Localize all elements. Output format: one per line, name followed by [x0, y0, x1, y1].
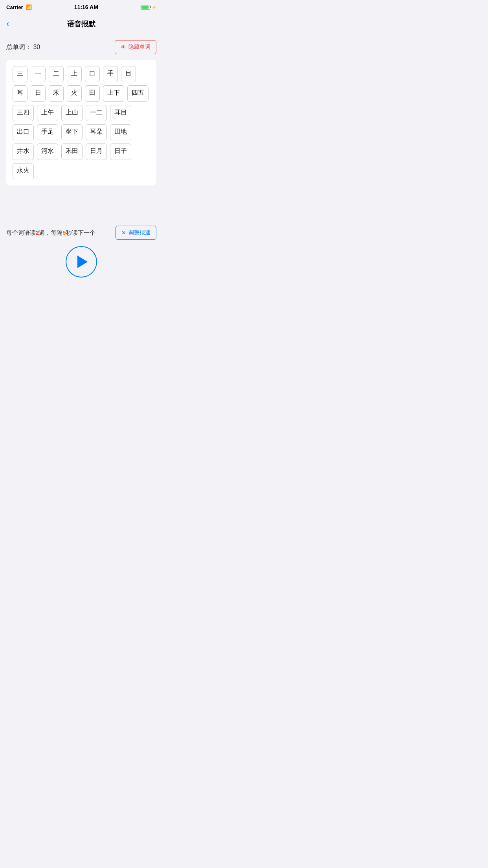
total-words-count: 30: [33, 44, 40, 50]
nav-bar: ‹ 语音报默: [0, 14, 163, 34]
eye-icon: 👁: [121, 44, 126, 50]
word-chip[interactable]: 三: [13, 66, 28, 82]
word-chip[interactable]: 坐下: [61, 124, 83, 140]
reading-suffix: 秒读下一个: [66, 229, 95, 236]
battery-fill: [141, 6, 149, 9]
word-chip[interactable]: 耳目: [110, 105, 131, 121]
word-chip[interactable]: 一: [31, 66, 46, 82]
status-carrier: Carrier 📶: [6, 4, 32, 10]
battery-icon: [141, 5, 150, 9]
word-chip[interactable]: 日子: [110, 143, 131, 160]
status-time: 11:16 AM: [74, 4, 98, 10]
status-bar: Carrier 📶 11:16 AM ⚡: [0, 0, 163, 14]
reading-prefix: 每个词语读: [6, 229, 36, 236]
word-chip[interactable]: 河水: [37, 143, 58, 160]
carrier-text: Carrier: [6, 4, 23, 10]
word-chip[interactable]: 目: [121, 66, 136, 82]
word-chip[interactable]: 二: [49, 66, 64, 82]
word-chip[interactable]: 上山: [61, 105, 83, 121]
word-chip[interactable]: 耳朵: [86, 124, 107, 140]
page-title: 语音报默: [67, 19, 95, 29]
word-chip[interactable]: 田: [85, 85, 100, 101]
word-chip[interactable]: 禾田: [61, 143, 83, 160]
word-chip[interactable]: 上: [67, 66, 82, 82]
reading-seconds: 5: [62, 229, 66, 236]
words-container: 三一二上口手目耳日禾火田上下四五三四上午上山一二耳目出口手足坐下耳朵田地井水河水…: [6, 60, 156, 186]
hide-words-label: 隐藏单词: [128, 44, 150, 51]
word-chip[interactable]: 井水: [13, 143, 34, 160]
word-chip[interactable]: 手足: [37, 124, 58, 140]
adjust-icon: ✕: [121, 230, 126, 236]
word-chip[interactable]: 三四: [13, 105, 34, 121]
word-chip[interactable]: 耳: [13, 85, 28, 101]
play-icon: [77, 256, 88, 268]
word-chip[interactable]: 田地: [110, 124, 131, 140]
play-button[interactable]: [66, 246, 97, 278]
stats-row: 总单词： 30 👁 隐藏单词: [6, 40, 156, 54]
word-chip[interactable]: 火: [67, 85, 82, 101]
reading-info-row: 每个词语读2遍，每隔5秒读下一个 ✕ 调整报速: [6, 226, 156, 240]
word-chip[interactable]: 出口: [13, 124, 34, 140]
word-chip[interactable]: 日月: [86, 143, 107, 160]
word-chip[interactable]: 禾: [49, 85, 64, 101]
word-chip[interactable]: 上下: [103, 85, 124, 101]
total-words-prefix: 总单词：: [6, 44, 31, 50]
hide-words-button[interactable]: 👁 隐藏单词: [115, 40, 156, 54]
adjust-speed-button[interactable]: ✕ 调整报速: [116, 226, 156, 240]
total-words-label: 总单词： 30: [6, 43, 40, 51]
reading-middle: 遍，每隔: [39, 229, 62, 236]
word-chip[interactable]: 上午: [37, 105, 58, 121]
main-content: 总单词： 30 👁 隐藏单词 三一二上口手目耳日禾火田上下四五三四上午上山一二耳…: [0, 34, 163, 218]
adjust-speed-label: 调整报速: [128, 229, 150, 236]
word-chip[interactable]: 手: [103, 66, 118, 82]
word-chip[interactable]: 一二: [86, 105, 107, 121]
bottom-area: 每个词语读2遍，每隔5秒读下一个 ✕ 调整报速: [0, 218, 163, 289]
word-chip[interactable]: 水火: [13, 163, 34, 179]
status-battery: ⚡: [141, 5, 156, 9]
word-chip[interactable]: 四五: [127, 85, 149, 101]
reading-info: 每个词语读2遍，每隔5秒读下一个: [6, 229, 95, 237]
back-button[interactable]: ‹: [6, 19, 9, 29]
charging-icon: ⚡: [152, 5, 156, 9]
word-chip[interactable]: 口: [85, 66, 100, 82]
wifi-icon: 📶: [26, 4, 32, 10]
word-chip[interactable]: 日: [31, 85, 46, 101]
